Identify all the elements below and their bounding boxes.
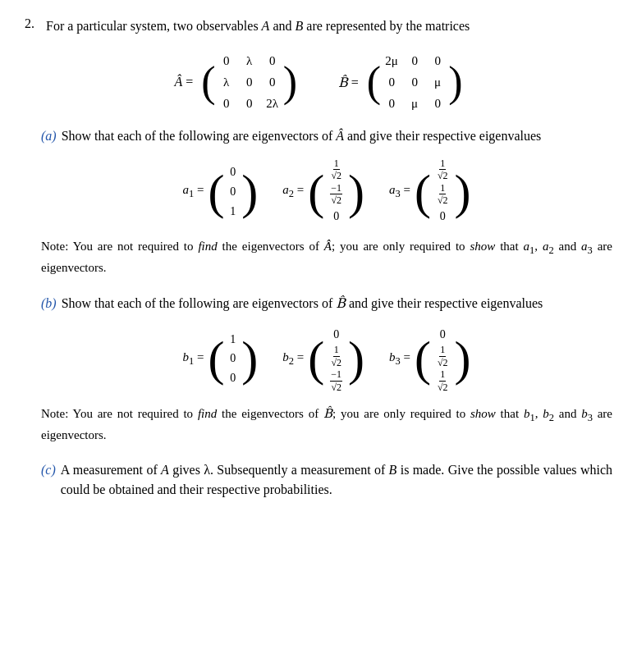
matrix-A-label: Â =	[175, 75, 194, 89]
part-b-text: Show that each of the following are eige…	[62, 294, 543, 313]
b3-content: 0 1 √2 1 √2	[435, 325, 451, 393]
matrix-B-left-paren: (	[367, 61, 381, 103]
problem-header: 2. For a particular system, two observab…	[25, 16, 612, 36]
matrix-A-right-paren: )	[283, 61, 297, 103]
b-vectors-row: b1 = ( 1 0 0 ) b2 = ( 0 1 √	[41, 325, 612, 393]
matrix-B-right-paren: )	[448, 61, 462, 103]
matrix-A-expr: Â = ( 0 λ 0 λ 0 0 0 0 2λ )	[175, 51, 297, 113]
a1-expr: a1 = ( 0 0 1 )	[182, 162, 258, 221]
part-a-label: (a)	[41, 126, 57, 146]
part-a-text: Show that each of the following are eige…	[62, 126, 542, 146]
a2-expr: a2 = ( 1 √2 −1 √2 0	[282, 158, 364, 226]
part-a: (a) Show that each of the following are …	[41, 126, 612, 286]
part-b-note: Note: You are not required to find the e…	[41, 405, 612, 444]
matrix-A-bracket: ( 0 λ 0 λ 0 0 0 0 2λ )	[201, 51, 297, 113]
matrix-B-content: 2μ 0 0 0 0 μ 0 μ 0	[381, 51, 448, 113]
a3-content: 1 √2 1 √2 0	[435, 158, 451, 226]
part-b-label: (b)	[41, 294, 57, 313]
matrices-display: Â = ( 0 λ 0 λ 0 0 0 0 2λ )	[25, 51, 612, 113]
part-c-text: A measurement of A gives λ. Subsequently…	[61, 460, 612, 500]
matrix-A-left-paren: (	[201, 61, 215, 103]
part-a-header: (a) Show that each of the following are …	[41, 126, 612, 146]
part-c-header: (c) A measurement of A gives λ. Subseque…	[41, 460, 612, 500]
part-c-label: (c)	[41, 460, 56, 500]
problem-number: 2.	[25, 16, 41, 36]
part-a-note: Note: You are not required to find the e…	[41, 237, 612, 277]
b1-expr: b1 = ( 1 0 0 )	[182, 330, 258, 388]
part-b: (b) Show that each of the following are …	[41, 294, 612, 453]
part-c: (c) A measurement of A gives λ. Subseque…	[41, 460, 612, 506]
matrix-B-label: B̂ =	[338, 75, 359, 90]
matrix-B-expr: B̂ = ( 2μ 0 0 0 0 μ 0 μ 0 )	[338, 51, 462, 113]
b3-expr: b3 = ( 0 1 √2 1 √2	[389, 325, 471, 393]
part-b-header: (b) Show that each of the following are …	[41, 294, 612, 313]
a-vectors-row: a1 = ( 0 0 1 ) a2 = ( 1 √2	[41, 158, 612, 226]
matrix-B-bracket: ( 2μ 0 0 0 0 μ 0 μ 0 )	[367, 51, 463, 113]
a3-expr: a3 = ( 1 √2 1 √2 0	[389, 158, 471, 226]
matrix-A-content: 0 λ 0 λ 0 0 0 0 2λ	[216, 51, 283, 113]
b2-expr: b2 = ( 0 1 √2 −1 √2	[282, 325, 364, 393]
problem-intro: For a particular system, two observables…	[46, 16, 612, 36]
b2-content: 0 1 √2 −1 √2	[328, 325, 344, 393]
b1-content: 1 0 0	[228, 330, 237, 388]
problem-container: 2. For a particular system, two observab…	[25, 16, 612, 514]
a1-content: 0 0 1	[228, 162, 237, 221]
a2-content: 1 √2 −1 √2 0	[328, 158, 344, 226]
